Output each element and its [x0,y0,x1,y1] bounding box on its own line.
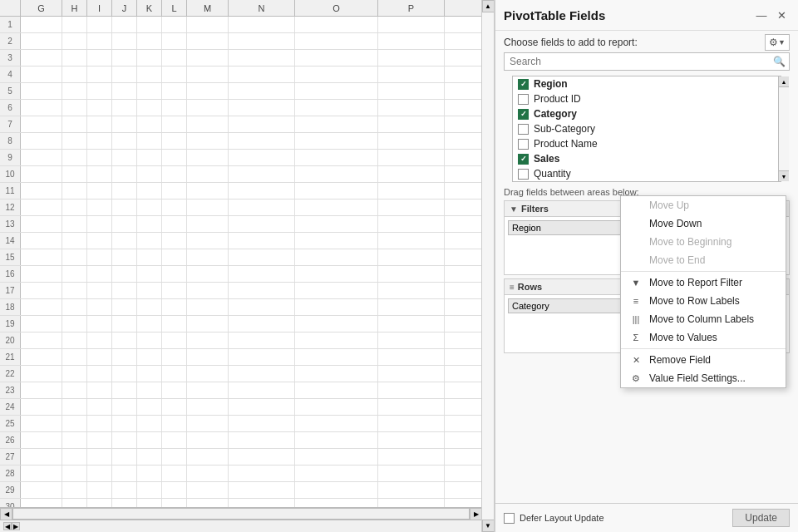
grid-cell[interactable] [62,200,87,215]
grid-cell[interactable] [87,100,112,116]
grid-cell[interactable] [295,33,378,49]
grid-cell[interactable] [229,482,295,498]
grid-cell[interactable] [162,399,187,415]
grid-cell[interactable] [229,50,295,66]
grid-cell[interactable] [187,166,229,182]
grid-cell[interactable] [137,233,162,249]
grid-cell[interactable] [378,349,445,365]
grid-cell[interactable] [378,416,445,431]
grid-cell[interactable] [229,83,295,99]
h-scrollbar[interactable]: ◀ ▶ [0,507,482,520]
grid-cell[interactable] [378,316,445,332]
grid-cell[interactable] [162,66,187,82]
grid-cell[interactable] [187,33,229,49]
grid-cell[interactable] [378,33,445,49]
grid-cell[interactable] [137,382,162,398]
defer-checkbox[interactable] [504,513,515,524]
grid-cell[interactable] [229,366,295,382]
grid-cell[interactable] [137,17,162,32]
grid-cell[interactable] [295,50,378,66]
grid-cell[interactable] [112,83,137,99]
hscroll-left-btn[interactable]: ◀ [0,508,12,520]
grid-cell[interactable] [137,416,162,431]
grid-cell[interactable] [21,66,62,82]
grid-cell[interactable] [229,183,295,199]
grid-cell[interactable] [137,432,162,448]
grid-cell[interactable] [87,200,112,215]
grid-cell[interactable] [87,382,112,398]
grid-cell[interactable] [187,116,229,132]
grid-cell[interactable] [295,382,378,398]
grid-cell[interactable] [87,449,112,465]
grid-cell[interactable] [62,266,87,282]
grid-cell[interactable] [62,416,87,431]
grid-cell[interactable] [62,449,87,465]
panel-close-btn[interactable]: ✕ [773,7,790,23]
grid-cell[interactable] [21,466,62,481]
grid-cell[interactable] [378,482,445,498]
grid-cell[interactable] [137,299,162,315]
ctx-item-move-to-values[interactable]: ΣMove to Values [621,328,786,347]
ctx-item-move-down[interactable]: Move Down [621,214,786,233]
grid-cell[interactable] [62,166,87,182]
grid-cell[interactable] [21,33,62,49]
grid-cell[interactable] [137,466,162,481]
field-item-quantity[interactable]: Quantity [513,166,781,181]
grid-cell[interactable] [112,399,137,415]
grid-cell[interactable] [162,316,187,332]
grid-cell[interactable] [295,216,378,232]
grid-cell[interactable] [295,133,378,149]
field-item-category[interactable]: Category [513,106,781,121]
grid-cell[interactable] [87,249,112,265]
grid-cell[interactable] [137,399,162,415]
grid-cell[interactable] [229,233,295,249]
grid-cell[interactable] [187,449,229,465]
grid-cell[interactable] [137,283,162,298]
grid-cell[interactable] [187,183,229,199]
grid-cell[interactable] [162,17,187,32]
grid-cell[interactable] [21,332,62,348]
grid-cell[interactable] [295,366,378,382]
grid-cell[interactable] [21,183,62,199]
grid-cell[interactable] [295,316,378,332]
grid-cell[interactable] [378,449,445,465]
hscroll-track[interactable] [12,508,470,520]
grid-cell[interactable] [295,432,378,448]
field-item-product-id[interactable]: Product ID [513,91,781,106]
grid-cell[interactable] [87,216,112,232]
v-scrollbar[interactable]: ▲ ▼ [481,0,494,532]
grid-cell[interactable] [187,249,229,265]
grid-cell[interactable] [137,216,162,232]
grid-cell[interactable] [87,366,112,382]
grid-cell[interactable] [21,116,62,132]
grid-cell[interactable] [87,17,112,32]
grid-cell[interactable] [295,399,378,415]
grid-cell[interactable] [162,349,187,365]
grid-cell[interactable] [229,283,295,298]
grid-cell[interactable] [378,100,445,116]
grid-cell[interactable] [21,266,62,282]
grid-cell[interactable] [187,349,229,365]
grid-cell[interactable] [162,249,187,265]
grid-cell[interactable] [229,349,295,365]
grid-cell[interactable] [112,233,137,249]
grid-cell[interactable] [229,382,295,398]
field-item-sub-category[interactable]: Sub-Category [513,121,781,136]
grid-cell[interactable] [187,299,229,315]
grid-cell[interactable] [112,349,137,365]
grid-cell[interactable] [62,216,87,232]
grid-cell[interactable] [162,299,187,315]
grid-cell[interactable] [229,466,295,481]
grid-cell[interactable] [62,116,87,132]
field-item-sales[interactable]: Sales [513,151,781,166]
grid-cell[interactable] [187,83,229,99]
grid-cell[interactable] [378,466,445,481]
field-checkbox-sales[interactable] [518,154,529,165]
grid-cell[interactable] [21,216,62,232]
grid-cell[interactable] [21,133,62,149]
grid-cell[interactable] [162,466,187,481]
grid-cell[interactable] [187,283,229,298]
fields-list[interactable]: RegionProduct IDCategorySub-CategoryProd… [512,76,781,182]
grid-cell[interactable] [378,233,445,249]
grid-cell[interactable] [87,33,112,49]
